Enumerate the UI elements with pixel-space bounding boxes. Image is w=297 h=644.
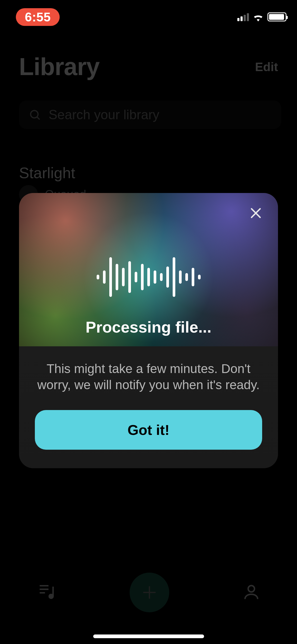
profile-tab-icon[interactable] [242,582,261,602]
track-title[interactable]: Starlight [19,164,75,182]
svg-point-0 [31,111,38,118]
library-header: Library Edit [19,53,278,81]
search-input[interactable]: Search your library [19,100,281,129]
got-it-button[interactable]: Got it! [35,410,262,450]
processing-modal: Processing file... This might take a few… [19,193,278,468]
search-icon [29,108,41,121]
status-bar: 6:55 [0,0,297,26]
page-title: Library [19,53,100,81]
battery-icon [267,12,286,21]
status-time-pill: 6:55 [16,8,60,26]
home-indicator[interactable] [93,634,204,638]
library-tab-icon[interactable] [36,581,57,604]
modal-body: This might take a few minutes. Don't wor… [19,346,278,468]
modal-title: Processing file... [86,318,211,336]
search-placeholder: Search your library [49,107,159,122]
modal-description: This might take a few minutes. Don't wor… [35,361,262,393]
add-button[interactable] [130,573,169,612]
tab-bar [0,573,297,612]
waveform-icon [97,257,201,297]
edit-button[interactable]: Edit [255,60,278,74]
svg-line-1 [37,117,40,119]
modal-hero: Processing file... [19,193,278,346]
cellular-icon [237,13,249,21]
wifi-icon [253,12,264,21]
svg-point-8 [248,586,254,592]
close-icon [248,206,263,220]
close-button[interactable] [248,206,263,220]
plus-icon [140,583,159,602]
